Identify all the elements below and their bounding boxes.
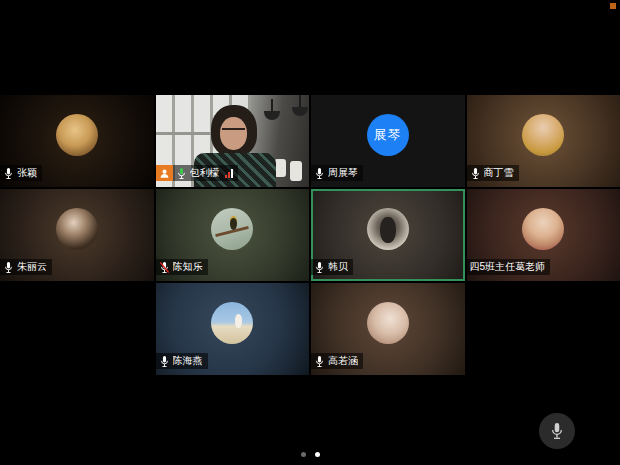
participant-name: 陈海燕 [173, 353, 203, 369]
participant-name: 四5班主任葛老师 [470, 259, 546, 275]
name-label: 四5班主任葛老师 [467, 259, 551, 275]
avatar [367, 302, 409, 344]
participant-grid: 张颖 包利檬 [0, 95, 620, 375]
mic-on-icon [470, 167, 481, 180]
name-label: 高若涵 [311, 353, 363, 369]
avatar [522, 208, 564, 250]
initials-avatar: 展琴 [367, 114, 409, 156]
avatar [56, 208, 98, 250]
mic-on-icon [3, 167, 14, 180]
participant-name: 张颖 [17, 165, 37, 181]
speaker-glasses [222, 128, 245, 136]
signal-strength-icon [225, 168, 233, 178]
avatar [56, 114, 98, 156]
participant-name: 韩贝 [328, 259, 348, 275]
page-dot-2-active[interactable] [315, 452, 320, 457]
avatar [522, 114, 564, 156]
name-label: 周展琴 [311, 165, 363, 181]
mic-toggle-button[interactable] [539, 413, 575, 449]
avatar [367, 208, 409, 250]
name-label: 陈知乐 [156, 259, 208, 275]
host-badge-icon [156, 165, 173, 181]
participant-name: 朱丽云 [17, 259, 47, 275]
avatar [211, 302, 253, 344]
participant-tile[interactable]: 陈知乐 [156, 189, 310, 281]
participant-tile-active-speaker[interactable]: 韩贝 [311, 189, 465, 281]
page-dot-1[interactable] [301, 452, 306, 457]
notification-dot [610, 3, 616, 9]
participant-name: 包利檬 [190, 165, 220, 181]
name-label: 韩贝 [311, 259, 353, 275]
mic-speaking-icon [176, 167, 187, 180]
mic-on-icon [314, 355, 325, 368]
name-label: 包利檬 [156, 165, 238, 181]
mic-on-icon [314, 261, 325, 274]
meeting-window: 张颖 包利檬 [0, 0, 620, 465]
microphone-icon [549, 421, 565, 441]
participant-tile[interactable]: 高若涵 [311, 283, 465, 375]
name-label: 陈海燕 [156, 353, 208, 369]
chair [290, 161, 302, 181]
pendant-lamp [264, 111, 280, 120]
mic-on-icon [314, 167, 325, 180]
participant-tile[interactable]: 朱丽云 [0, 189, 154, 281]
participant-name: 高若涵 [328, 353, 358, 369]
avatar [211, 208, 253, 250]
participant-tile[interactable]: 展琴 周展琴 [311, 95, 465, 187]
name-label: 张颖 [0, 165, 42, 181]
participant-tile[interactable]: 张颖 [0, 95, 154, 187]
pagination-dots [0, 452, 620, 457]
participant-tile[interactable]: 包利檬 [156, 95, 310, 187]
name-label: 朱丽云 [0, 259, 52, 275]
participant-name: 陈知乐 [173, 259, 203, 275]
mic-on-icon [159, 355, 170, 368]
participant-name: 商丁雪 [484, 165, 514, 181]
participant-name: 周展琴 [328, 165, 358, 181]
participant-tile[interactable]: 商丁雪 [467, 95, 620, 187]
mic-on-icon [3, 261, 14, 274]
participant-tile[interactable]: 陈海燕 [156, 283, 310, 375]
pendant-lamp [292, 107, 308, 116]
mic-muted-icon [159, 261, 170, 274]
participant-tile[interactable]: 四5班主任葛老师 [467, 189, 620, 281]
name-label: 商丁雪 [467, 165, 519, 181]
